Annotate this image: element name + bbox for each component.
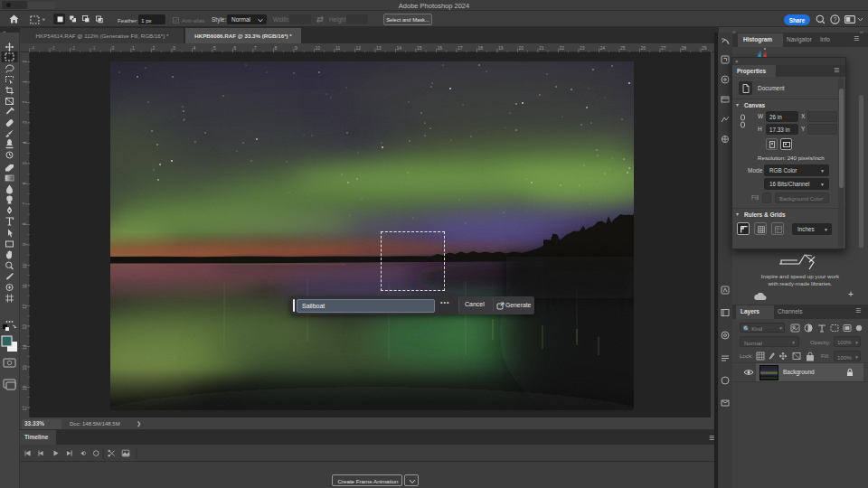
svg-text:14: 14: [22, 344, 27, 350]
svg-text:-3: -3: [51, 45, 55, 51]
svg-text:?: ?: [834, 16, 837, 23]
svg-text:8: 8: [22, 222, 27, 225]
svg-text:-2: -2: [71, 45, 76, 51]
svg-text:2: 2: [22, 100, 27, 103]
svg-text:23: 23: [580, 45, 585, 51]
svg-text:5: 5: [22, 162, 27, 164]
svg-text:0: 0: [112, 45, 115, 51]
svg-text:22: 22: [560, 45, 565, 51]
svg-text:25: 25: [620, 45, 626, 51]
svg-text:7: 7: [254, 45, 257, 51]
svg-text:0: 0: [22, 60, 27, 62]
svg-text:21: 21: [539, 45, 544, 51]
svg-text:10: 10: [316, 45, 321, 51]
svg-text:10: 10: [22, 263, 27, 268]
svg-text:9: 9: [22, 243, 27, 246]
svg-text:7: 7: [22, 202, 27, 205]
svg-text:17: 17: [22, 406, 27, 411]
svg-text:26: 26: [641, 45, 646, 51]
svg-text:-4: -4: [31, 45, 35, 51]
svg-text:24: 24: [600, 45, 606, 51]
svg-text:4: 4: [193, 45, 196, 51]
svg-text:2: 2: [153, 45, 156, 51]
svg-text:15: 15: [22, 365, 27, 371]
svg-text:6: 6: [22, 182, 27, 184]
svg-text:11: 11: [335, 45, 340, 51]
svg-text:18: 18: [478, 45, 484, 51]
svg-text:1: 1: [22, 80, 27, 83]
svg-text:14: 14: [397, 45, 402, 51]
svg-text:4: 4: [22, 141, 27, 144]
svg-text:28: 28: [682, 45, 687, 51]
svg-text:8: 8: [275, 45, 278, 51]
svg-text:15: 15: [417, 45, 422, 51]
svg-text:9: 9: [295, 45, 297, 51]
svg-text:3: 3: [173, 45, 175, 51]
svg-text:11: 11: [22, 284, 27, 288]
svg-text:5: 5: [213, 45, 216, 51]
svg-text:16: 16: [438, 45, 443, 51]
svg-text:12: 12: [22, 304, 27, 309]
svg-text:17: 17: [458, 45, 463, 51]
svg-text:-1: -1: [91, 45, 96, 51]
svg-text:27: 27: [661, 45, 666, 51]
svg-text:3: 3: [22, 121, 27, 124]
svg-text:1: 1: [132, 45, 135, 51]
svg-text:13: 13: [376, 45, 382, 51]
svg-text:19: 19: [498, 45, 504, 51]
svg-text:16: 16: [22, 385, 27, 390]
svg-text:6: 6: [234, 45, 237, 51]
svg-text:13: 13: [22, 324, 27, 330]
svg-text:29: 29: [702, 45, 707, 51]
svg-text:20: 20: [519, 45, 524, 51]
svg-text:12: 12: [356, 45, 362, 51]
